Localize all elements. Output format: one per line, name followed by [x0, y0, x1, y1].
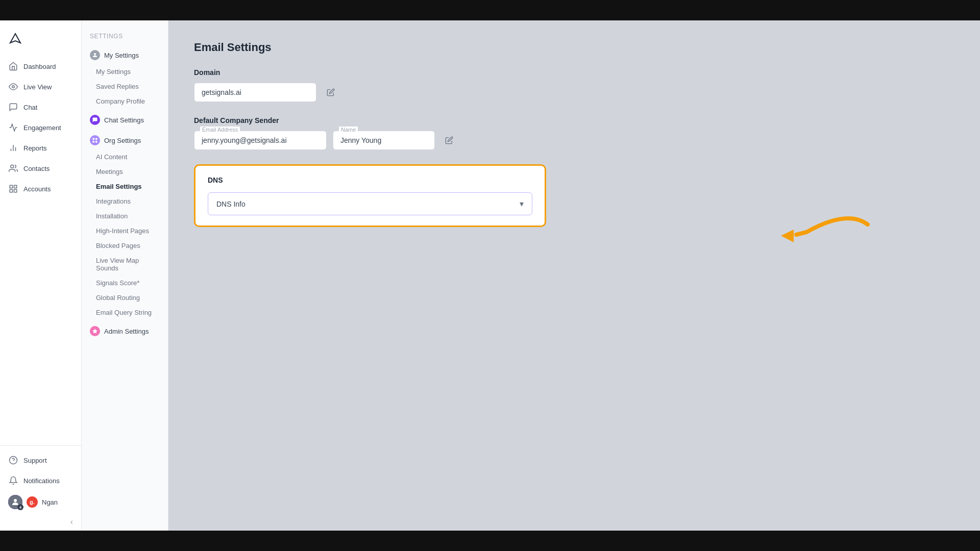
svg-rect-14: [95, 138, 97, 140]
sidebar-item-notifications[interactable]: Notifications: [0, 470, 81, 491]
domain-section: Domain: [194, 68, 954, 102]
sub-nav-integrations[interactable]: Integrations: [82, 194, 168, 209]
sub-nav-email-settings[interactable]: Email Settings: [82, 179, 168, 194]
sub-nav-email-query[interactable]: Email Query String: [82, 305, 168, 320]
main-content: Email Settings Domain Default Company Se…: [168, 20, 980, 531]
sidebar-item-reports[interactable]: Reports: [0, 138, 81, 158]
domain-row: [194, 83, 954, 102]
user-badge: 4: [17, 504, 23, 510]
user-name: Ngan: [42, 498, 58, 506]
chevron-down-icon: ▾: [520, 199, 524, 209]
support-label: Support: [23, 457, 47, 464]
sub-nav-live-view-map[interactable]: Live View Map Sounds: [82, 253, 168, 276]
dns-title: DNS: [208, 176, 532, 184]
org-settings-label: Org Settings: [104, 137, 141, 144]
sidebar-item-engagement[interactable]: Engagement: [0, 117, 81, 138]
svg-rect-5: [10, 185, 12, 188]
eye-icon: [8, 82, 18, 92]
logo-icon: [8, 32, 22, 46]
avatar: 4: [8, 495, 22, 509]
sub-nav-ai-content[interactable]: AI Content: [82, 149, 168, 164]
sub-nav-meetings[interactable]: Meetings: [82, 164, 168, 179]
sub-nav-saved-replies[interactable]: Saved Replies: [82, 79, 168, 94]
engagement-icon: [8, 122, 18, 133]
svg-rect-13: [93, 138, 95, 140]
settings-section-org: Org Settings AI Content Meetings Email S…: [82, 131, 168, 320]
sidebar-item-chat[interactable]: Chat: [0, 97, 81, 117]
svg-rect-7: [10, 190, 12, 192]
user-section[interactable]: 4 g. Ngan: [0, 491, 81, 513]
sidebar-logo[interactable]: Δ: [0, 26, 81, 56]
chat-label: Chat: [23, 104, 37, 111]
collapse-icon: ‹: [70, 517, 73, 527]
email-field[interactable]: [194, 131, 327, 150]
sub-nav-high-intent[interactable]: High-Intent Pages: [82, 223, 168, 238]
email-input-group: Email Address: [194, 131, 327, 150]
admin-settings-section-header[interactable]: Admin Settings: [82, 322, 168, 340]
dns-section: DNS DNS Info ▾: [194, 164, 546, 227]
svg-point-0: [12, 86, 15, 88]
sub-nav-blocked-pages[interactable]: Blocked Pages: [82, 238, 168, 253]
svg-rect-15: [93, 141, 95, 143]
org-settings-section-header[interactable]: Org Settings: [82, 131, 168, 149]
accounts-label: Accounts: [23, 185, 51, 193]
default-sender-section: Default Company Sender Email Address Nam…: [194, 116, 954, 150]
page-title: Email Settings: [194, 41, 954, 54]
sub-nav-global-routing[interactable]: Global Routing: [82, 290, 168, 305]
default-sender-label: Default Company Sender: [194, 116, 954, 124]
sub-nav-my-settings[interactable]: My Settings: [82, 64, 168, 79]
dns-dropdown-label: DNS Info: [216, 200, 246, 208]
settings-section-admin: Admin Settings: [82, 322, 168, 340]
sidebar-item-live-view[interactable]: Live View: [0, 77, 81, 97]
chat-settings-label: Chat Settings: [104, 116, 144, 124]
sidebar-item-dashboard[interactable]: Dashboard: [0, 56, 81, 77]
settings-header: Settings: [82, 29, 168, 46]
domain-edit-button[interactable]: [323, 84, 339, 101]
contacts-label: Contacts: [23, 165, 50, 172]
sub-nav-installation[interactable]: Installation: [82, 209, 168, 223]
chat-icon: [8, 102, 18, 112]
live-view-label: Live View: [23, 83, 52, 91]
accounts-icon: [8, 184, 18, 194]
sub-nav-signals-score[interactable]: Signals Score*: [82, 276, 168, 290]
g-logo: g.: [27, 496, 38, 508]
bar-chart-icon: [8, 143, 18, 153]
reports-label: Reports: [23, 144, 47, 152]
home-icon: [8, 61, 18, 71]
sidebar-item-accounts[interactable]: Accounts: [0, 179, 81, 199]
sub-nav-company-profile[interactable]: Company Profile: [82, 94, 168, 109]
contacts-icon: [8, 163, 18, 173]
support-icon: [8, 455, 18, 465]
sidebar-item-support[interactable]: Support: [0, 450, 81, 470]
annotation-arrow: [766, 194, 878, 257]
my-settings-section-header[interactable]: My Settings: [82, 46, 168, 64]
svg-marker-17: [781, 230, 794, 242]
name-field-label: Name: [339, 127, 358, 133]
dns-dropdown[interactable]: DNS Info ▾: [208, 192, 532, 215]
admin-settings-icon: [90, 326, 100, 336]
engagement-label: Engagement: [23, 124, 61, 132]
domain-input[interactable]: [194, 83, 316, 102]
domain-label: Domain: [194, 68, 954, 77]
svg-rect-6: [14, 185, 17, 188]
top-bar: [0, 0, 980, 20]
sidebar-item-contacts[interactable]: Contacts: [0, 158, 81, 179]
svg-point-12: [94, 53, 96, 55]
my-settings-icon: [90, 50, 100, 60]
secondary-sidebar: Settings My Settings My Settings Saved R…: [82, 20, 168, 531]
name-field[interactable]: [333, 131, 435, 150]
sidebar-bottom: Support Notifications 4 g. Ngan: [0, 445, 81, 531]
dashboard-label: Dashboard: [23, 63, 56, 70]
email-field-label: Email Address: [200, 127, 240, 133]
name-input-group: Name: [333, 131, 435, 150]
primary-sidebar: Δ Dashboard Live View Chat Engagement: [0, 20, 82, 531]
svg-rect-8: [14, 190, 17, 192]
bell-icon: [8, 475, 18, 486]
collapse-button[interactable]: ‹: [0, 513, 81, 531]
sender-edit-button[interactable]: [441, 132, 457, 148]
svg-point-4: [11, 165, 14, 168]
bottom-bar: [0, 531, 980, 551]
chat-settings-section-header[interactable]: Chat Settings: [82, 111, 168, 129]
my-settings-label: My Settings: [104, 52, 139, 59]
admin-settings-label: Admin Settings: [104, 328, 149, 335]
